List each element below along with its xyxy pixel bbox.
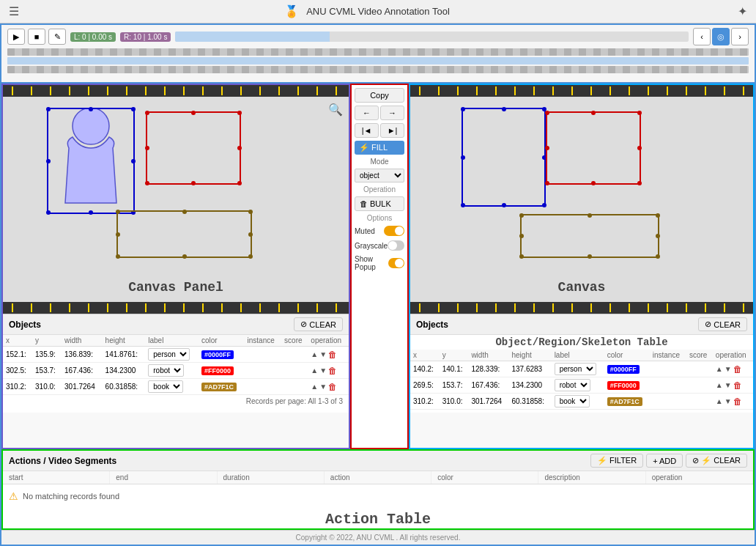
up-btn-right-1[interactable]: ▲ <box>716 381 723 389</box>
timeline-track[interactable] <box>175 32 689 42</box>
label-select-left-2[interactable]: book <box>148 380 183 393</box>
right-badge: R: 10 | 1.00 s <box>120 32 171 42</box>
table-row: 269.5: 153.7: 167.436: 134.2300 robot #F… <box>410 377 753 394</box>
canvas-top: 🔍 <box>1 84 755 449</box>
options-label: Options <box>355 214 404 222</box>
kf-target-button[interactable]: ◎ <box>712 28 730 45</box>
del-btn-right-1[interactable]: 🗑 <box>733 380 742 391</box>
del-btn-right-2[interactable]: 🗑 <box>733 396 742 407</box>
operation-label: Operation <box>355 185 404 193</box>
col-width-left: width <box>62 335 103 347</box>
action-clear-button[interactable]: ⊘ ⚡ CLEAR <box>686 454 747 468</box>
annotation-box-person-right[interactable] <box>462 108 546 207</box>
object-table-left: Objects ⊘ CLEAR x y width height label <box>3 314 349 413</box>
film-strip-bottom-right <box>410 302 753 314</box>
main-container: ▶ ■ ✎ L: 0 | 0.00 s R: 10 | 1.00 s ‹ ◎ › <box>0 23 756 546</box>
magnify-icon-left[interactable]: 🔍 <box>328 103 343 117</box>
show-popup-toggle[interactable] <box>388 258 404 268</box>
up-btn-left-0[interactable]: ▲ <box>311 350 318 358</box>
up-btn-right-0[interactable]: ▲ <box>716 365 723 373</box>
clear-icon-left: ⊘ <box>300 320 307 329</box>
down-btn-right-1[interactable]: ▼ <box>724 381 732 389</box>
annotation-box-robot-right[interactable] <box>546 111 641 185</box>
pencil-button[interactable]: ✎ <box>48 29 66 45</box>
copy-button[interactable]: Copy <box>355 88 404 103</box>
col-instance-right: instance <box>650 350 686 361</box>
down-btn-left-2[interactable]: ▼ <box>319 383 327 391</box>
timeline-row-3 <box>7 66 749 73</box>
kf-prev-button[interactable]: ‹ <box>693 28 711 45</box>
keyframe-nav: ‹ ◎ › <box>693 28 749 45</box>
label-select-left-1[interactable]: robot <box>148 364 184 377</box>
down-btn-right-2[interactable]: ▼ <box>724 397 732 405</box>
col-end: end <box>110 471 217 484</box>
up-btn-left-2[interactable]: ▲ <box>311 383 318 391</box>
keyframe-panel: ▶ ■ ✎ L: 0 | 0.00 s R: 10 | 1.00 s ‹ ◎ › <box>1 25 755 84</box>
del-btn-right-0[interactable]: 🗑 <box>733 364 742 375</box>
no-records-message: ⚠ No matching records found <box>3 484 753 508</box>
nav-last-button[interactable]: ►| <box>380 123 404 138</box>
down-btn-left-0[interactable]: ▼ <box>319 350 327 358</box>
del-btn-left-2[interactable]: 🗑 <box>328 382 337 392</box>
del-btn-left-0[interactable]: 🗑 <box>328 350 337 360</box>
nav-row-1: ← → <box>355 106 404 120</box>
down-btn-left-1[interactable]: ▼ <box>319 366 327 375</box>
add-button[interactable]: + ADD <box>646 454 683 468</box>
mode-label: Mode <box>355 158 404 166</box>
kf-next-button[interactable]: › <box>731 28 749 45</box>
label-select-right-1[interactable]: robot <box>555 379 590 391</box>
timeline-rows <box>7 48 749 73</box>
up-btn-right-2[interactable]: ▲ <box>716 397 723 405</box>
grayscale-toggle[interactable] <box>388 240 404 251</box>
stop-button[interactable]: ■ <box>28 29 45 45</box>
canvas-panel-label: Canvas Panel <box>128 280 223 295</box>
filter-button[interactable]: ⚡ FILTER <box>590 454 643 468</box>
play-button[interactable]: ▶ <box>7 29 25 45</box>
mode-select[interactable]: object region skeleton <box>355 169 404 182</box>
label-select-left-0[interactable]: person <box>148 348 190 361</box>
bulk-button[interactable]: 🗑 BULK <box>355 196 404 211</box>
col-label-right: label <box>552 350 604 361</box>
show-popup-row: Show Popup <box>355 254 404 272</box>
up-btn-left-1[interactable]: ▲ <box>311 366 318 375</box>
del-btn-left-1[interactable]: 🗑 <box>328 366 337 376</box>
nav-first-button[interactable]: |◄ <box>355 123 379 138</box>
col-action: action <box>325 471 431 484</box>
nav-right-button[interactable]: → <box>380 106 404 120</box>
label-select-right-0[interactable]: person <box>555 363 596 375</box>
table-row: 310.2: 310.0: 301.7264 60.31858: book #A… <box>3 379 349 395</box>
annotation-box-person-left[interactable] <box>47 108 135 214</box>
object-table-right: Objects ⊘ CLEAR Object/Region/Skeleton T… <box>410 314 753 413</box>
canvas-panel-left: 🔍 <box>1 84 350 449</box>
col-operation: operation <box>646 471 753 484</box>
clear-button-left[interactable]: ⊘ CLEAR <box>294 317 343 331</box>
footer: Copyright © 2022, ANU CVML . All rights … <box>1 530 755 545</box>
label-select-right-2[interactable]: book <box>555 395 590 407</box>
table-row: 140.2: 140.1: 128.339: 137.6283 person #… <box>410 361 753 377</box>
muted-toggle[interactable] <box>384 226 404 236</box>
down-btn-right-0[interactable]: ▼ <box>724 365 732 373</box>
muted-label: Muted <box>355 227 375 235</box>
action-table: Actions / Video Segments ⚡ FILTER + ADD … <box>1 449 755 530</box>
color-badge-left-0: #0000FF <box>201 350 234 359</box>
col-color-left: color <box>199 335 245 347</box>
clear-button-right[interactable]: ⊘ CLEAR <box>698 317 747 331</box>
col-y-left: y <box>32 335 62 347</box>
objects-table-left: x y width height label color instance sc… <box>3 335 349 395</box>
col-duration: duration <box>218 471 325 484</box>
col-color-right: color <box>604 350 650 361</box>
annotation-box-book-right[interactable] <box>520 214 659 258</box>
skeleton-table-label: Object/Region/Skeleton Table <box>410 335 753 350</box>
annotation-box-book-left[interactable] <box>116 210 252 258</box>
col-operation-left: operation <box>308 335 349 347</box>
grayscale-label: Grayscale <box>355 242 388 250</box>
fill-button[interactable]: ⚡ FILL <box>355 141 404 155</box>
menu-icon[interactable]: ☰ <box>9 4 19 18</box>
sun-icon[interactable]: ✦ <box>738 4 747 18</box>
canvas-content-right: Canvas <box>410 97 753 302</box>
table-row: 310.2: 310.0: 301.7264 60.31858: book #A… <box>410 394 753 410</box>
annotation-box-robot-left[interactable] <box>146 111 241 185</box>
nav-left-button[interactable]: ← <box>355 106 379 120</box>
table-row: 152.1: 135.9: 136.839: 141.8761: person … <box>3 347 349 363</box>
action-clear-icon: ⊘ <box>692 456 699 465</box>
